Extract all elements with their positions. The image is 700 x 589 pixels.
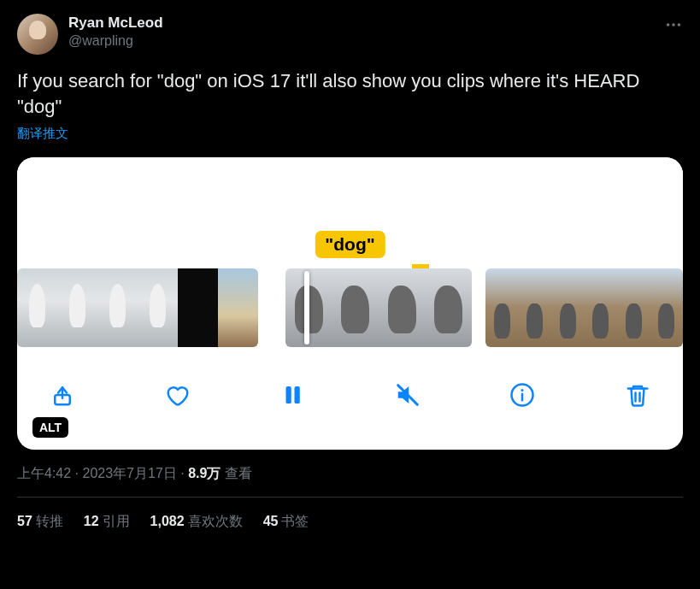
separator: · [177,466,188,480]
video-frame [426,268,473,347]
playhead-icon[interactable] [304,271,309,345]
mute-icon[interactable] [395,382,421,408]
translate-link[interactable]: 翻译推文 [17,126,683,142]
bookmarks-count: 45 [263,514,279,528]
timestamp-time: 上午4:42 [17,466,71,480]
more-icon[interactable] [664,15,683,38]
likes-stat[interactable]: 1,082喜欢次数 [150,513,243,531]
video-frame [332,268,379,347]
svg-rect-4 [286,386,291,403]
video-frame [379,268,426,347]
search-term-badge: "dog" [315,231,385,258]
video-frame [218,268,258,347]
svg-point-9 [521,389,524,392]
heart-icon[interactable] [165,382,191,408]
quotes-count: 12 [84,514,99,528]
video-frame [17,268,57,347]
user-info[interactable]: Ryan McLeod @warpling [68,14,163,50]
pause-icon[interactable] [279,382,305,408]
video-frame [650,268,684,347]
clip-group[interactable] [485,268,683,347]
bookmarks-label: 书签 [281,514,309,528]
svg-rect-5 [295,386,300,403]
tweet-container: Ryan McLeod @warpling If you search for … [0,0,700,546]
media-card[interactable]: "dog" [17,157,683,450]
display-name: Ryan McLeod [68,14,163,32]
tweet-meta[interactable]: 上午4:42 · 2023年7月17日 · 8.9万 查看 [17,465,683,483]
info-icon[interactable] [509,382,535,408]
video-frame [138,268,178,347]
stats-row: 57转推 12引用 1,082喜欢次数 45书签 [17,498,683,546]
svg-point-1 [672,23,675,27]
separator: · [71,466,82,480]
video-frame [178,268,218,347]
media-preview-area: "dog" [17,157,683,268]
video-frame [551,268,585,347]
likes-count: 1,082 [150,514,185,528]
clip-group[interactable] [17,268,258,347]
views-label: 查看 [225,466,252,480]
video-frame [617,268,650,347]
media-controls [17,347,683,422]
video-filmstrip[interactable] [17,268,683,347]
share-icon[interactable] [50,382,75,408]
likes-label: 喜欢次数 [188,514,243,528]
bookmarks-stat[interactable]: 45书签 [263,513,309,531]
video-frame [519,268,552,347]
alt-badge[interactable]: ALT [32,417,68,438]
tweet-text: If you search for "dog" on iOS 17 it'll … [17,68,683,119]
trash-icon[interactable] [625,382,650,408]
video-frame [57,268,97,347]
retweets-count: 57 [17,514,32,528]
user-handle: @warpling [68,32,163,50]
retweets-label: 转推 [36,514,63,528]
svg-point-2 [678,23,681,27]
avatar[interactable] [17,14,58,55]
video-frame [97,268,138,347]
quotes-stat[interactable]: 12引用 [84,513,130,531]
quotes-label: 引用 [103,514,130,528]
views-count: 8.9万 [188,466,221,480]
clip-group[interactable] [285,268,472,347]
svg-point-0 [667,23,670,27]
timestamp-date: 2023年7月17日 [82,466,176,480]
retweets-stat[interactable]: 57转推 [17,513,63,531]
tweet-header: Ryan McLeod @warpling [17,14,683,55]
video-frame [485,268,519,347]
video-frame [585,268,618,347]
